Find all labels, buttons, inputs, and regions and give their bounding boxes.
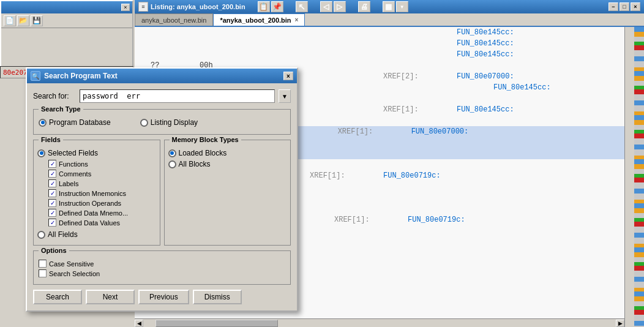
dialog-body: Search for: ▼ Search Type Program Databa… <box>27 83 297 310</box>
search-for-row: Search for: ▼ <box>33 89 291 103</box>
layout-icon[interactable]: ▦ <box>383 1 395 12</box>
options-group: Options Case Sensitive Search Selection <box>33 250 291 285</box>
case-sensitive-checkbox[interactable] <box>39 260 47 268</box>
functions-checkbox[interactable] <box>48 160 56 168</box>
all-blocks-radio[interactable] <box>168 160 176 168</box>
fields-label: Fields <box>39 136 63 143</box>
search-type-group: Search Type Program Database Listing Dis… <box>33 109 291 135</box>
tab-anyka-200[interactable]: *anyka_uboot_200.bin × <box>213 13 305 26</box>
defined-data-values-checkbox[interactable] <box>48 219 56 227</box>
color-map <box>634 27 644 327</box>
instruction-operands-row: Instruction Operands <box>48 199 156 207</box>
search-type-label: Search Type <box>39 105 83 113</box>
tab-close-icon[interactable]: × <box>295 17 299 23</box>
search-selection-row: Search Selection <box>39 269 285 277</box>
paste-icon[interactable]: 📌 <box>271 1 283 12</box>
comments-label: Comments <box>59 170 91 178</box>
labels-label: Labels <box>59 180 78 187</box>
search-selection-label: Search Selection <box>49 270 100 277</box>
window-controls: − □ × <box>608 2 640 11</box>
all-fields-radio[interactable] <box>37 231 45 239</box>
previous-button[interactable]: Previous <box>138 290 189 304</box>
fields-group: Fields Selected Fields Functions Comment… <box>33 140 160 246</box>
code-line: FUN_80e145cc: <box>135 27 624 38</box>
loaded-blocks-radio-row: Loaded Blocks <box>168 149 287 157</box>
cursor-icon[interactable]: ↖ <box>296 1 308 12</box>
instruction-operands-checkbox[interactable] <box>48 199 56 207</box>
search-selection-checkbox[interactable] <box>39 269 47 277</box>
all-blocks-radio-row: All Blocks <box>168 160 287 168</box>
instruction-mnemonics-label: Instruction Mnemonics <box>59 190 126 197</box>
selected-fields-radio-row: Selected Fields <box>37 149 156 157</box>
next-button[interactable]: Next <box>86 290 135 304</box>
dialog-title-text: Search Program Text <box>44 72 118 80</box>
dialog-buttons: Search Next Previous Dismiss <box>33 290 291 304</box>
tab-anyka-new[interactable]: anyka_uboot_new.bin <box>135 13 213 26</box>
open-icon[interactable]: 📂 <box>17 15 29 26</box>
fields-memory-section: Fields Selected Fields Functions Comment… <box>33 140 291 246</box>
search-dropdown-button[interactable]: ▼ <box>279 89 291 103</box>
comments-checkbox[interactable] <box>48 170 56 178</box>
horizontal-scrollbar[interactable]: ◀ ▶ <box>135 318 624 327</box>
right-panel <box>624 27 644 327</box>
scroll-thumb[interactable] <box>155 320 278 327</box>
functions-row: Functions <box>48 160 156 168</box>
dropdown-arrow[interactable]: ▼ <box>396 1 408 12</box>
defined-data-mnemo-checkbox[interactable] <box>48 209 56 217</box>
title-icon: ≡ <box>138 2 148 12</box>
search-button[interactable]: Search <box>33 290 82 304</box>
scroll-right-button[interactable]: ▶ <box>616 320 624 327</box>
program-database-radio-row: Program Database Listing Display <box>39 118 285 127</box>
left-window-titlebar: × <box>1 1 132 13</box>
left-window: × 📄 📂 💾 <box>0 0 133 73</box>
left-toolbar: 📄 📂 💾 <box>1 13 132 28</box>
case-sensitive-label: Case Sensitive <box>49 260 94 268</box>
save-icon[interactable]: 💾 <box>31 15 43 26</box>
left-window-close-button[interactable]: × <box>121 4 130 11</box>
program-database-label: Program Database <box>49 118 111 127</box>
minimize-button[interactable]: − <box>608 2 618 11</box>
defined-data-mnemo-label: Defined Data Mnemo... <box>59 209 128 217</box>
forward-icon[interactable]: ▷ <box>334 1 346 12</box>
functions-label: Functions <box>59 160 88 168</box>
all-fields-radio-row: All Fields <box>37 230 156 239</box>
tab-bar: anyka_uboot_new.bin *anyka_uboot_200.bin… <box>135 13 644 27</box>
program-database-radio[interactable] <box>39 119 47 127</box>
dialog-title-icon: 🔍 <box>31 71 40 81</box>
maximize-button[interactable]: □ <box>620 2 629 11</box>
close-button[interactable]: × <box>631 2 640 11</box>
print-icon[interactable]: 🖨 <box>358 1 370 12</box>
copy-icon[interactable]: 📋 <box>258 1 270 12</box>
checkboxes-container: Functions Comments Labels Instruction Mn… <box>48 160 156 227</box>
defined-data-mnemo-row: Defined Data Mnemo... <box>48 209 156 217</box>
selected-fields-radio[interactable] <box>37 149 45 157</box>
instruction-operands-label: Instruction Operands <box>59 200 121 207</box>
all-fields-label: All Fields <box>48 230 78 239</box>
new-icon[interactable]: 📄 <box>4 15 16 26</box>
labels-checkbox[interactable] <box>48 179 56 187</box>
dialog-close-button[interactable]: × <box>283 72 293 80</box>
back-icon[interactable]: ◁ <box>320 1 332 12</box>
title-text: Listing: anyka_uboot_200.bin <box>151 3 245 10</box>
labels-row: Labels <box>48 179 156 187</box>
main-titlebar: ≡ Listing: anyka_uboot_200.bin 📋 📌 ↖ ◁ ▷… <box>135 0 644 13</box>
listing-display-label: Listing Display <box>151 118 198 127</box>
instruction-mnemonics-checkbox[interactable] <box>48 189 56 197</box>
defined-data-values-row: Defined Data Values <box>48 219 156 227</box>
memory-block-group: Memory Block Types Loaded Blocks All Blo… <box>164 140 291 246</box>
search-input[interactable] <box>80 89 275 103</box>
loaded-blocks-label: Loaded Blocks <box>179 149 227 157</box>
case-sensitive-row: Case Sensitive <box>39 260 285 268</box>
listing-display-radio[interactable] <box>140 119 148 127</box>
dialog-titlebar: 🔍 Search Program Text × <box>27 69 297 83</box>
search-dialog: 🔍 Search Program Text × Search for: ▼ Se… <box>26 67 298 312</box>
defined-data-values-label: Defined Data Values <box>59 219 120 227</box>
memory-block-label: Memory Block Types <box>170 136 241 143</box>
dismiss-button[interactable]: Dismiss <box>193 290 242 304</box>
search-for-label: Search for: <box>33 92 76 100</box>
loaded-blocks-radio[interactable] <box>168 149 176 157</box>
comments-row: Comments <box>48 170 156 178</box>
scroll-left-button[interactable]: ◀ <box>135 320 143 327</box>
options-label: Options <box>39 247 69 254</box>
all-blocks-label: All Blocks <box>179 160 211 168</box>
